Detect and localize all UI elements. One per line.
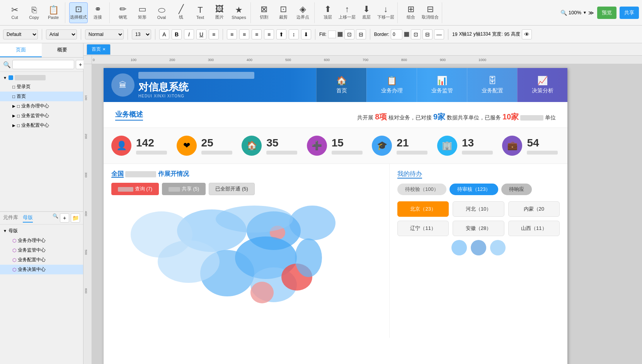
page-login[interactable]: □ 登录页 — [0, 82, 83, 92]
paste-button[interactable]: 📋 Paste — [44, 2, 63, 23]
crop-button[interactable]: ⊡ 裁剪 — [274, 2, 293, 23]
border-options-button[interactable]: ⊟ — [422, 29, 433, 39]
align-left-button[interactable]: ≡ — [227, 29, 237, 39]
search2-icon: 🔍 — [53, 213, 58, 223]
up-label: 上移一层 — [339, 14, 356, 20]
master-biz-decision[interactable]: ⬡ 业务决策中心 — [0, 265, 83, 274]
add-master-button[interactable]: + — [60, 213, 69, 223]
down-button[interactable]: ↓ 下移一层 — [376, 2, 395, 23]
zoom-control: 🔍 100% ▼ ≫ — [560, 10, 594, 16]
page-search-input[interactable] — [12, 60, 74, 69]
preview-button[interactable]: 预览 — [597, 7, 616, 19]
tab-master[interactable]: 母版 — [23, 213, 33, 223]
font-select[interactable]: Arial — [46, 29, 77, 39]
top-button[interactable]: ⬆ 顶层 — [318, 2, 337, 23]
group-button[interactable]: ⊞ 组合 — [402, 2, 420, 23]
fill-color-swatch[interactable] — [328, 31, 336, 38]
underline-button[interactable]: U — [196, 29, 206, 39]
nav-home[interactable]: 🏠 首页 — [316, 68, 366, 102]
align-bottom-button[interactable]: ⬇ — [301, 29, 311, 39]
tab-pages[interactable]: 页面 — [0, 43, 42, 57]
page-select[interactable]: Default — [3, 29, 38, 39]
align-center-button[interactable]: ≡ — [239, 29, 249, 39]
pen-button[interactable]: ✏ 钢笔 — [114, 2, 132, 23]
border-value[interactable] — [391, 29, 402, 39]
connect-button[interactable]: ⚭ 连接 — [89, 2, 107, 23]
master-biz-handle[interactable]: ⬡ 业务办理中心 — [0, 236, 83, 245]
canvas-scroll[interactable]: 0 100 200 300 400 500 600 700 800 900 10… — [83, 56, 642, 364]
map-filter-query[interactable]: 查询 (7) — [111, 183, 159, 195]
image-icon: 🖼 — [215, 5, 224, 14]
province-hebei[interactable]: 河北（10） — [453, 201, 504, 217]
nav-biz-monitor[interactable]: 📊 业务监管 — [417, 68, 467, 102]
style-select[interactable]: Normal — [85, 29, 124, 39]
master-biz-monitor[interactable]: ⬡ 业务监管中心 — [0, 245, 83, 255]
border-style-button[interactable]: — — [434, 29, 444, 39]
province-anhui[interactable]: 安徽（28） — [453, 221, 504, 236]
align-right-button[interactable]: ≡ — [252, 29, 262, 39]
border-more-button[interactable]: ⊡ — [411, 29, 421, 39]
map-filter-share[interactable]: 共享 (5) — [162, 183, 206, 195]
select-mode-button[interactable]: ⊡ 选择模式 — [69, 2, 88, 23]
shapes-button[interactable]: ★ Shapes — [230, 2, 248, 23]
cut-button[interactable]: ✂ Cut — [5, 2, 24, 23]
bottom-button[interactable]: ⬇ 底层 — [357, 2, 376, 23]
cut2-button[interactable]: ⊠ 切割 — [255, 2, 273, 23]
page-biz-monitor[interactable]: ▶ □ 业务监管中心 — [0, 111, 83, 121]
page-home[interactable]: □ 首页 — [0, 92, 83, 101]
zoom-expand-icon[interactable]: ≫ — [588, 10, 594, 16]
stat-item-3: ➕ 15 — [307, 136, 364, 156]
ungroup-button[interactable]: ⊟ 取消组合 — [421, 2, 439, 23]
copy-button[interactable]: ⎘ Copy — [25, 2, 43, 23]
bold-button[interactable]: B — [172, 29, 182, 39]
text-button[interactable]: T Text — [191, 2, 209, 23]
align-justify-button[interactable]: ≡ — [264, 29, 274, 39]
fill-more-button[interactable]: ⊡ — [344, 29, 354, 39]
canvas-tab-close[interactable]: ✕ — [102, 47, 106, 51]
align-middle-button[interactable]: ↕ — [289, 29, 299, 39]
nav-decision[interactable]: 📈 决策分析 — [517, 68, 567, 102]
font-size-a-button[interactable]: A — [159, 29, 169, 39]
master-group[interactable]: ▼ 母版 — [0, 226, 83, 236]
sep4 — [155, 29, 155, 40]
province-liaoning[interactable]: 辽宁（11） — [397, 221, 449, 236]
line-label: 线 — [179, 14, 183, 20]
oval-button[interactable]: ⬭ Oval — [152, 2, 171, 23]
cut-label: Cut — [11, 15, 18, 20]
map-filter-open[interactable]: 已全部开通 (5) — [209, 183, 255, 195]
lock-ratio-button[interactable]: 👁 — [522, 29, 532, 39]
project-group[interactable]: ▼ — [0, 73, 83, 82]
list-button[interactable]: ≡ — [209, 29, 219, 39]
nav-biz-handle[interactable]: 📋 业务办理 — [366, 68, 417, 102]
bottom-label: 底层 — [362, 14, 371, 20]
province-shanxi[interactable]: 山西（11） — [508, 221, 560, 236]
province-neimeng[interactable]: 内蒙（20 — [508, 201, 560, 217]
page-biz-handle[interactable]: ▶ □ 业务办理中心 — [0, 101, 83, 111]
size-select[interactable]: 13 — [132, 29, 151, 39]
page-biz-config[interactable]: ▶ □ 业务配置中心 — [0, 121, 83, 130]
share-button[interactable]: 共享 — [620, 7, 639, 19]
nav-biz-config[interactable]: 🗄 业务配置 — [467, 68, 517, 102]
italic-button[interactable]: I — [184, 29, 194, 39]
line-button[interactable]: ╱ 线 — [172, 2, 190, 23]
todo-tab-respond[interactable]: 待响应 — [501, 184, 532, 195]
image-button[interactable]: 🖼 图片 — [210, 2, 229, 23]
fill-options-button[interactable]: ⊟ — [356, 29, 366, 39]
waypoint-button[interactable]: ◈ 边界点 — [293, 2, 312, 23]
add-master-folder-button[interactable]: 📁 — [71, 213, 80, 223]
fill-color-dark[interactable] — [337, 32, 343, 37]
master-biz-config[interactable]: ⬡ 业务配置中心 — [0, 255, 83, 265]
rect-button[interactable]: ▭ 矩形 — [133, 2, 152, 23]
stat-num-1: 25 — [201, 137, 232, 149]
border-color-swatch[interactable] — [404, 32, 409, 37]
canvas-tab-home[interactable]: 首页 ✕ — [87, 44, 111, 55]
todo-tab-review[interactable]: 待审核（123） — [450, 184, 499, 195]
zoom-dropdown-icon[interactable]: ▼ — [583, 10, 587, 15]
tab-components[interactable]: 元件库 — [3, 213, 18, 223]
tab-outline[interactable]: 概要 — [42, 43, 83, 57]
todo-tab-verify[interactable]: 待校验（100） — [397, 184, 446, 195]
province-beijing[interactable]: 北京（23） — [397, 201, 449, 217]
up-button[interactable]: ↑ 上移一层 — [338, 2, 356, 23]
align-top-button[interactable]: ⬆ — [276, 29, 286, 39]
paste-icon: 📋 — [48, 6, 59, 14]
